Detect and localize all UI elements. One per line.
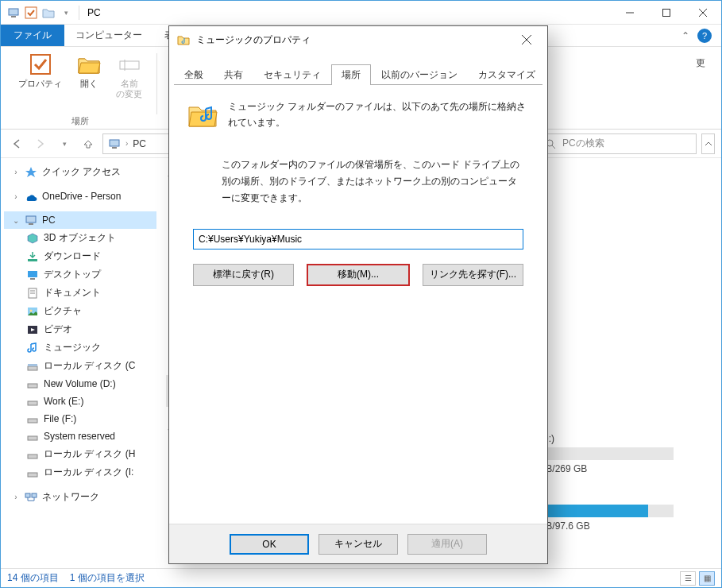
quick-access-toolbar: ▾ [1, 6, 79, 19]
dialog-close-button[interactable] [511, 29, 542, 51]
recent-dropdown[interactable]: ▾ [55, 134, 74, 153]
dialog-note: このフォルダー内のファイルの保管場所を、このハード ドライブ上の別の場所、別のド… [222, 157, 522, 207]
pc-crumb-icon [108, 137, 121, 150]
computer-tab[interactable]: コンピューター [64, 25, 153, 46]
drive-icon [26, 360, 39, 373]
window-title: PC [87, 7, 101, 18]
expand-icon[interactable]: › [12, 192, 20, 201]
scroll-up-button[interactable] [701, 133, 715, 154]
pc-icon [7, 6, 20, 19]
dialog-title: ミュージックのプロパティ [196, 33, 311, 47]
sidebar-item-drive-h[interactable]: ローカル ディスク (H [4, 445, 156, 463]
dialog-description: ミュージック フォルダーのファイルは、以下のあて先の場所に格納されています。 [228, 99, 530, 131]
svg-rect-18 [29, 223, 33, 225]
ribbon-group-location: プロパティ 開く 名前 の変更 場所 [7, 50, 153, 129]
tab-sharing[interactable]: 共有 [214, 64, 253, 85]
drive-icon [26, 448, 39, 461]
close-button[interactable] [685, 1, 721, 25]
sidebar-item-drive-sys[interactable]: System reserved [4, 427, 156, 445]
chevron-up-icon[interactable]: ⌃ [681, 30, 689, 41]
drive-name: e (D:) [531, 433, 689, 444]
svg-rect-35 [28, 473, 37, 477]
open-button[interactable]: 開く [71, 50, 106, 91]
svg-rect-19 [28, 259, 37, 261]
sidebar-item-downloads[interactable]: ダウンロード [4, 247, 156, 265]
location-path-input[interactable] [193, 229, 523, 250]
drive-row-other[interactable]: 8 GB/97.6 GB [531, 505, 689, 532]
svg-rect-14 [112, 147, 117, 149]
drive-info: e (D:) 2 GB/269 GB 8 GB/97.6 GB [531, 433, 689, 562]
sidebar-item-documents[interactable]: ドキュメント [4, 284, 156, 302]
status-count: 14 個の項目 [7, 571, 59, 585]
qat-dropdown-icon[interactable]: ▾ [60, 6, 72, 19]
sidebar-item-pc[interactable]: ⌄ PC [4, 211, 156, 229]
sidebar-item-videos[interactable]: ビデオ [4, 320, 156, 338]
ok-button[interactable]: OK [230, 534, 309, 555]
onedrive-icon [25, 190, 37, 203]
ribbon-divider [156, 53, 157, 114]
sidebar-item-network[interactable]: › ネットワーク [4, 488, 156, 506]
file-tab[interactable]: ファイル [1, 25, 64, 46]
dialog-tabs: 全般 共有 セキュリティ 場所 以前のバージョン カスタマイズ [169, 63, 547, 85]
svg-rect-2 [25, 7, 37, 18]
properties-button[interactable]: プロパティ [14, 50, 67, 91]
drive-free: 8 GB/97.6 GB [531, 520, 689, 532]
collapse-icon[interactable]: ⌄ [12, 216, 20, 225]
search-input[interactable]: PCの検索 [538, 133, 697, 154]
drive-icon [26, 377, 39, 390]
ribbon-group-label: 場所 [71, 115, 89, 129]
open-folder-icon [76, 52, 102, 77]
dialog-titlebar: ミュージックのプロパティ [169, 26, 547, 53]
help-icon[interactable]: ? [697, 29, 712, 43]
rename-icon [117, 52, 142, 77]
sidebar-item-music[interactable]: ミュージック [4, 338, 156, 357]
sidebar-item-drive-e[interactable]: Work (E:) [4, 393, 156, 410]
dialog-footer: OK キャンセル 適用(A) [169, 524, 547, 563]
sidebar-item-quickaccess[interactable]: › クイック アクセス [4, 163, 156, 181]
find-target-button[interactable]: リンク先を探す(F)... [423, 264, 523, 286]
properties-check-icon[interactable] [25, 6, 37, 19]
tab-customize[interactable]: カスタマイズ [468, 64, 546, 85]
desktop-icon [26, 269, 39, 281]
crumb-sep-icon[interactable]: › [125, 139, 128, 148]
drive-bar [531, 447, 674, 460]
folder-qat-icon[interactable] [42, 6, 55, 19]
sidebar-item-pictures[interactable]: ピクチャ [4, 302, 156, 320]
maximize-button[interactable] [648, 1, 685, 25]
svg-rect-29 [28, 364, 37, 366]
sidebar-item-onedrive[interactable]: › OneDrive - Person [4, 188, 156, 205]
breadcrumb[interactable]: PC [133, 138, 146, 149]
svg-rect-28 [28, 366, 37, 370]
tab-general[interactable]: 全般 [174, 64, 214, 85]
sidebar-item-drive-c[interactable]: ローカル ディスク (C [4, 357, 156, 375]
network-icon [25, 491, 37, 504]
ribbon-extra[interactable]: 更 [686, 50, 715, 129]
explorer-window: ▾ PC ファイル コンピューター 表示 ⌃ ? [0, 0, 722, 588]
forward-button[interactable] [31, 134, 50, 153]
expand-icon[interactable]: › [12, 168, 20, 176]
cancel-button[interactable]: キャンセル [319, 534, 398, 555]
tab-previous[interactable]: 以前のバージョン [371, 64, 468, 85]
restore-default-button[interactable]: 標準に戻す(R) [193, 264, 294, 286]
up-button[interactable] [79, 134, 98, 153]
expand-icon[interactable]: › [12, 493, 20, 501]
svg-rect-21 [30, 278, 35, 280]
apply-button[interactable]: 適用(A) [407, 534, 487, 555]
svg-rect-37 [32, 493, 37, 497]
sidebar-item-desktop[interactable]: デスクトップ [4, 265, 156, 284]
view-details-icon[interactable]: ☰ [680, 571, 696, 586]
move-button[interactable]: 移動(M)... [307, 264, 409, 286]
view-tiles-icon[interactable]: ▦ [699, 571, 715, 586]
tab-security[interactable]: セキュリティ [253, 64, 331, 85]
music-folder-large-icon [187, 99, 218, 130]
drive-row-d[interactable]: e (D:) 2 GB/269 GB [531, 433, 689, 474]
svg-rect-32 [28, 419, 37, 423]
svg-rect-4 [663, 9, 670, 16]
back-button[interactable] [7, 134, 26, 153]
sidebar-item-3dobjects[interactable]: 3D オブジェクト [4, 229, 156, 247]
sidebar-item-drive-f[interactable]: File (F:) [4, 410, 156, 427]
sidebar-item-drive-i[interactable]: ローカル ディスク (I: [4, 463, 156, 482]
minimize-button[interactable] [612, 1, 648, 25]
sidebar-item-drive-d[interactable]: New Volume (D:) [4, 375, 156, 393]
tab-location[interactable]: 場所 [331, 64, 371, 85]
